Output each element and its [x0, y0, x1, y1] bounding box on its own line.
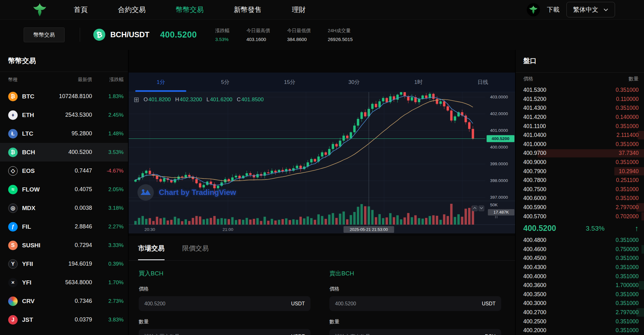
bid-row-8[interactable]: 400.27002.797000	[516, 308, 644, 317]
ask-row-7[interactable]: 400.970037.7340	[516, 149, 644, 158]
bid-row-10[interactable]: 400.20000.351000	[516, 326, 644, 335]
market-type-button[interactable]: 幣幣交易	[24, 27, 65, 42]
coin-symbol: MDX	[22, 205, 45, 212]
ob-price: 401.4300	[523, 105, 546, 111]
nav-item-2[interactable]: 幣幣交易	[176, 5, 204, 15]
bid-row-6[interactable]: 400.35000.351000	[516, 290, 644, 299]
timeframe-tab-2[interactable]: 15分	[258, 73, 322, 92]
trade-tab-0[interactable]: 市場交易	[138, 236, 165, 260]
buy-price-input[interactable]	[144, 301, 287, 307]
coin-row-eos[interactable]: ◇EOS0.7447-4.67%	[0, 162, 128, 180]
coin-list-title: 幣幣交易	[0, 50, 128, 72]
bid-row-5[interactable]: 400.36001.700000	[516, 281, 644, 290]
nav-item-3[interactable]: 新幣發售	[234, 5, 262, 15]
ob-price: 400.2500	[523, 318, 546, 325]
ask-row-11[interactable]: 400.75000.351000	[516, 185, 644, 194]
ob-price: 400.4500	[523, 255, 546, 262]
language-selector[interactable]: 繁体中文	[566, 2, 615, 17]
buy-amount-unit: USDT	[291, 334, 305, 335]
ob-qty: 0.351000	[616, 318, 639, 325]
bid-row-2[interactable]: 400.45000.351000	[516, 254, 644, 263]
nav-right: 下載 繁体中文	[527, 2, 615, 17]
coin-price: 0.7447	[45, 168, 92, 174]
download-link[interactable]: 下載	[547, 5, 560, 14]
coin-row-bch[interactable]: ₿BCH400.52003.53%	[0, 143, 128, 162]
timeframe-tab-3[interactable]: 30分	[322, 73, 386, 92]
coin-price: 107248.8100	[45, 93, 92, 100]
coin-row-eth[interactable]: ♦ETH2543.53002.45%	[0, 106, 128, 124]
coin-price: 0.0038	[45, 205, 92, 211]
ask-row-9[interactable]: 400.790010.2940	[516, 167, 644, 176]
coin-price: 2.8846	[45, 223, 92, 230]
current-price: 400.5200	[523, 224, 556, 233]
coin-price: 0.7346	[45, 298, 92, 304]
nav-item-1[interactable]: 合約交易	[118, 5, 146, 15]
buy-amount-input[interactable]	[144, 334, 287, 335]
ask-row-14[interactable]: 400.57000.702000	[516, 212, 644, 221]
ask-row-5[interactable]: 401.04002.111400	[516, 131, 644, 140]
ask-row-1[interactable]: 401.52000.110000	[516, 95, 644, 104]
ask-row-13[interactable]: 400.59002.797000	[516, 203, 644, 212]
coin-row-flow[interactable]: ≈FLOW0.40752.05%	[0, 180, 128, 199]
coin-row-sushi[interactable]: SSUSHI0.72943.33%	[0, 236, 128, 255]
ob-qty: 0.351000	[616, 291, 639, 298]
ask-row-6[interactable]: 401.00000.351000	[516, 140, 644, 149]
phoenix-logo-icon[interactable]	[32, 2, 48, 18]
coin-row-ltc[interactable]: ŁLTC95.28001.48%	[0, 124, 128, 143]
coin-row-btc[interactable]: ₿BTC107248.81001.83%	[0, 87, 128, 106]
ask-row-0[interactable]: 401.53000.351000	[516, 85, 644, 95]
depth-bar	[641, 212, 644, 221]
svg-text:20:30: 20:30	[144, 227, 155, 232]
coin-list-panel: 幣幣交易 幣種 最新價 漲跌幅 ₿BTC107248.81001.83%♦ETH…	[0, 50, 129, 335]
coin-change: 1.83%	[92, 93, 124, 100]
bid-row-9[interactable]: 400.25000.351000	[516, 317, 644, 326]
bid-row-3[interactable]: 400.43000.351000	[516, 263, 644, 272]
ob-qty: 0.351000	[616, 141, 639, 148]
timeframe-tab-1[interactable]: 5分	[193, 73, 257, 92]
coin-row-fil[interactable]: ƒFIL2.88462.27%	[0, 217, 128, 236]
ask-row-2[interactable]: 401.43000.351000	[516, 104, 644, 113]
app-icon[interactable]	[527, 3, 540, 16]
sell-amount-unit: BCH	[485, 334, 496, 335]
ob-col-qty: 數量	[629, 76, 639, 82]
ob-price: 400.6000	[523, 195, 546, 202]
timeframe-tabs: 1分5分15分30分1时日线	[129, 73, 515, 92]
nav-item-4[interactable]: 理財	[292, 5, 306, 15]
chevron-down-icon	[603, 8, 608, 11]
coin-row-mdx[interactable]: ◎MDX0.00383.18%	[0, 199, 128, 217]
current-change: 3.53%	[586, 225, 605, 232]
bid-row-7[interactable]: 400.30000.351000	[516, 299, 644, 308]
ask-row-3[interactable]: 401.42000.140000	[516, 113, 644, 122]
ob-price: 400.7900	[523, 168, 546, 175]
coin-row-jst[interactable]: JJST0.03793.83%	[0, 310, 128, 329]
bid-row-0[interactable]: 400.48000.351000	[516, 236, 644, 245]
candlestick-chart[interactable]: 400.5200403.0000402.0000401.0000400.0000…	[129, 92, 515, 233]
coin-row-yfii[interactable]: YYFII194.60190.39%	[0, 255, 128, 273]
timeframe-tab-4[interactable]: 1时	[386, 73, 450, 92]
bid-row-4[interactable]: 400.40000.351000	[516, 272, 644, 281]
coin-row-yfi[interactable]: ×YFI5634.80001.70%	[0, 273, 128, 292]
buy-price-field: USDT	[139, 296, 310, 311]
ask-row-12[interactable]: 400.60000.351000	[516, 194, 644, 203]
ob-qty: 0.251100	[616, 177, 639, 184]
ob-qty: 0.351000	[616, 186, 639, 193]
nav-item-0[interactable]: 首頁	[74, 5, 88, 15]
timeframe-tab-0[interactable]: 1分	[129, 73, 193, 92]
ticker-stat-1: 今日最高價403.1600	[247, 28, 270, 42]
ticker-stats: 漲跌幅3.53%今日最高價403.1600今日最低價384.860024H成交量…	[215, 28, 353, 42]
bid-row-1[interactable]: 400.46000.750000	[516, 245, 644, 254]
ask-row-10[interactable]: 400.78000.251100	[516, 176, 644, 185]
coin-row-crv[interactable]: CRV0.73462.73%	[0, 292, 128, 310]
timeframe-tab-5[interactable]: 日线	[451, 73, 515, 92]
sell-amount-input[interactable]	[335, 334, 481, 335]
ob-qty: 0.351000	[616, 264, 639, 271]
sell-price-label: 價格	[329, 286, 501, 292]
trade-tab-1[interactable]: 限價交易	[182, 236, 209, 260]
ask-row-4[interactable]: 401.11000.351000	[516, 122, 644, 131]
ask-row-8[interactable]: 400.90000.351000	[516, 158, 644, 167]
sell-price-input[interactable]	[335, 301, 478, 307]
order-book-header: 價格 數量	[516, 73, 644, 86]
svg-text:399.0000: 399.0000	[490, 162, 508, 167]
ob-price: 400.7500	[523, 186, 546, 193]
ob-price: 401.1100	[523, 123, 546, 130]
